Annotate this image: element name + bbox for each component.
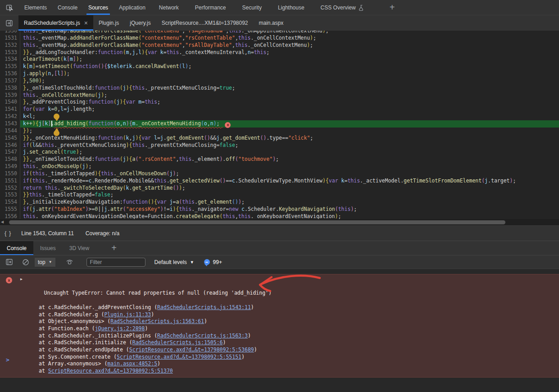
console-error-message[interactable]: x ▶ Uncaught TypeError: Cannot read prop… [0, 274, 559, 378]
stack-frame-link[interactable]: RadSchedulerScripts.js:1543:11 [157, 304, 251, 310]
line-number[interactable]: 1540 [0, 99, 20, 106]
add-devtools-panel-button[interactable]: + [384, 0, 400, 15]
stack-frame-link[interactable]: ScriptResource.axd?d…&t=13798092:5:53689 [129, 346, 254, 353]
tab-network[interactable]: Network [151, 0, 187, 15]
line-number[interactable]: 1530 [0, 31, 20, 35]
selection-handle-top[interactable] [54, 114, 59, 119]
code-line-1538[interactable]: 1538},_onTimeSlotTouchHold:function(j){t… [0, 85, 559, 92]
line-number[interactable]: 1552 [0, 185, 20, 192]
file-tab-jquery-js[interactable]: jQuery.js [124, 15, 156, 31]
code-line-1550[interactable]: 1550if(this._timeSlotTapped){this._onCel… [0, 170, 559, 178]
line-number[interactable]: 1539 [0, 92, 20, 99]
code-line-1536[interactable]: 1536j.apply(n,[l]); [0, 70, 559, 77]
line-number[interactable]: 1546 [0, 142, 20, 149]
pretty-print-button[interactable]: { } [0, 230, 16, 237]
code-line-1539[interactable]: 1539this._onCellContextMenu(j); [0, 92, 559, 99]
drawer-tab-issues[interactable]: Issues [33, 241, 63, 255]
expand-triangle-icon[interactable]: ▶ [20, 276, 23, 283]
tab-performance[interactable]: Performance [187, 0, 234, 15]
line-number[interactable]: 1532 [0, 42, 20, 49]
show-navigator-button[interactable] [0, 15, 18, 31]
line-number[interactable]: 1544 [0, 128, 20, 135]
code-line-1552[interactable]: 1552return this._switchToSelectedDay(k.g… [0, 185, 559, 192]
line-number[interactable]: 1556 [0, 213, 20, 219]
line-number[interactable]: 1549 [0, 163, 20, 170]
code-line-1531[interactable]: 1531this._eventMap.addHandlerForClassNam… [0, 35, 559, 42]
code-line-1541[interactable]: 1541for(var k=0,l=j.length; [0, 106, 559, 113]
stack-frame-link[interactable]: jQuery.js:2:2898 [95, 325, 145, 332]
line-number[interactable]: 1547 [0, 149, 20, 156]
file-tab-radschedulerscripts-js[interactable]: RadSchedulerScripts.js× [18, 15, 93, 31]
tab-css-overview[interactable]: CSS Overview [313, 0, 373, 15]
console-prompt[interactable]: > [0, 356, 9, 364]
toggle-device-toolbar-button[interactable] [0, 0, 19, 15]
code-line-1555[interactable]: 1555if(j.attr("tabIndex")>=0||j.attr("ac… [0, 206, 559, 213]
code-line-1548[interactable]: 1548}},_onTimeSlotTouchEnd:function(j){a… [0, 156, 559, 163]
code-line-1543[interactable]: 1543k++){j[k].add_hiding(function(o,n){m… [0, 120, 559, 128]
line-number[interactable]: 1537 [0, 77, 20, 85]
code-line-1545[interactable]: 1545}},_onContextMenuHiding:function(k,j… [0, 135, 559, 142]
drawer-tab-3d-view[interactable]: 3D View [63, 241, 96, 255]
stack-frame-link[interactable]: RadSchedulerScripts.js:1563:61 [110, 318, 204, 324]
log-levels-dropdown[interactable]: Default levels ▼ [155, 259, 194, 265]
code-line-1537[interactable]: 1537},500); [0, 77, 559, 85]
file-tab-plugin-js[interactable]: Plugin.js [93, 15, 124, 31]
line-number[interactable]: 1538 [0, 85, 20, 92]
code-line-1535[interactable]: 1535k[m]=setTimeout(function(){$telerik.… [0, 63, 559, 70]
code-line-1530[interactable]: 1530this._eventMap.addHandlerForClassNam… [0, 31, 559, 35]
line-number[interactable]: 1543 [0, 120, 20, 128]
stack-frame-link[interactable]: RadSchedulerScripts.js:1563:3 [157, 333, 248, 339]
create-live-expression-button[interactable] [60, 255, 79, 269]
line-number[interactable]: 1542 [0, 113, 20, 120]
issues-counter-button[interactable]: 99+ [204, 259, 222, 265]
line-number[interactable]: 1536 [0, 70, 20, 77]
line-number[interactable]: 1535 [0, 63, 20, 70]
close-file-tab-button[interactable]: × [84, 21, 88, 25]
drawer-tab-console[interactable]: Console [0, 241, 33, 255]
line-number[interactable]: 1531 [0, 35, 20, 42]
clear-console-button[interactable] [18, 255, 33, 269]
code-line-1540[interactable]: 1540},_addPreventClosing:function(j){var… [0, 99, 559, 106]
scrollbar-thumb[interactable] [9, 220, 505, 224]
show-console-sidebar-button[interactable] [0, 255, 18, 269]
line-number[interactable]: 1541 [0, 106, 20, 113]
tab-sources[interactable]: Sources [83, 0, 114, 15]
line-number[interactable]: 1548 [0, 156, 20, 163]
line-number[interactable]: 1533 [0, 49, 20, 56]
line-number[interactable]: 1553 [0, 191, 20, 199]
code-line-1534[interactable]: 1534clearTimeout(k[m]); [0, 56, 559, 63]
code-editor[interactable]: 1530this._eventMap.addHandlerForClassNam… [0, 31, 559, 219]
code-line-1554[interactable]: 1554},_initializeKeyboardNavigation:func… [0, 199, 559, 206]
stack-frame-link[interactable]: RadSchedulerScripts.js:1505:6 [132, 339, 223, 346]
scrollbar-left-arrow[interactable]: ◀ [1, 220, 4, 224]
line-number[interactable]: 1551 [0, 178, 20, 185]
code-line-1551[interactable]: 1551if(this._renderMode==c.RenderMode.Mo… [0, 178, 559, 185]
console-filter-input[interactable] [86, 258, 145, 267]
add-drawer-tab-button[interactable]: + [106, 241, 122, 255]
tab-elements[interactable]: Elements [19, 0, 52, 15]
tab-security[interactable]: Security [234, 0, 270, 15]
line-number[interactable]: 1550 [0, 170, 20, 178]
tab-console[interactable]: Console [52, 0, 83, 15]
error-message-line[interactable]: ▶ Uncaught TypeError: Cannot read proper… [0, 276, 559, 304]
line-number[interactable]: 1555 [0, 206, 20, 213]
code-line-1532[interactable]: 1532this._eventMap.addHandlerForClassNam… [0, 42, 559, 49]
code-line-1556[interactable]: 1556this._onKeyboardEventNavigationDeleg… [0, 213, 559, 219]
code-line-1547[interactable]: 1547j.set_cancel(true); [0, 149, 559, 156]
javascript-context-selector[interactable]: top ▼ [35, 258, 55, 267]
selection-handle-bottom[interactable] [54, 130, 59, 136]
tab-application[interactable]: Application [114, 0, 151, 15]
file-tab-scriptresource-xm1-t-13798092[interactable]: ScriptResource....XM1&t=13798092 [156, 15, 254, 31]
line-number[interactable]: 1545 [0, 135, 20, 142]
stack-frame-link[interactable]: Plugin.js:11:33 [104, 311, 151, 318]
file-tab-main-aspx[interactable]: main.aspx [254, 15, 289, 31]
code-line-1544[interactable]: 1544}); [0, 128, 559, 135]
code-line-1533[interactable]: 1533}},_addLongTouchHandler:function(m,j… [0, 49, 559, 56]
code-line-1553[interactable]: 1553}}this._timeSlotTapped=false; [0, 191, 559, 199]
code-line-1549[interactable]: 1549this._onDocMouseUp(j); [0, 163, 559, 170]
tab-lighthouse[interactable]: Lighthouse [270, 0, 313, 15]
stack-frame-link[interactable]: ScriptResource.axd?d…&t=13798092:5:55151 [117, 354, 241, 360]
line-number[interactable]: 1534 [0, 56, 20, 63]
code-line-1546[interactable]: 1546if(l&&this._preventCtxMenuClosing){t… [0, 142, 559, 149]
stack-frame-link[interactable]: ScriptResource.axd?d…&t=13798092:5:51370 [48, 368, 173, 374]
